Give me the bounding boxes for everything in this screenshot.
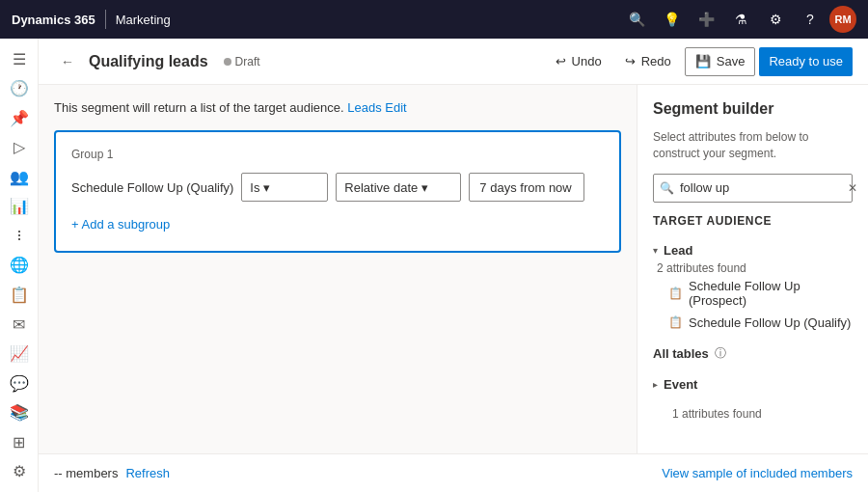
- type-select[interactable]: Relative date: [336, 173, 461, 202]
- search-icon: 🔍: [660, 181, 674, 195]
- undo-icon: ↩: [556, 54, 566, 68]
- edit-link[interactable]: Edit: [385, 100, 406, 115]
- all-tables-info-icon[interactable]: ⓘ: [715, 345, 726, 362]
- sidebar-pin-icon[interactable]: 📌: [2, 105, 37, 131]
- panel-description: Select attributes from below to construc…: [653, 129, 853, 162]
- search-icon[interactable]: 🔍: [621, 4, 652, 35]
- filter-icon[interactable]: ⚗: [725, 4, 756, 35]
- content-area: ← Qualifying leads Draft ↩ Undo ↪ Redo 💾…: [39, 39, 868, 492]
- module-name: Marketing: [116, 13, 171, 27]
- attribute-qualify[interactable]: 📋 Schedule Follow Up (Qualify): [668, 312, 853, 334]
- lightbulb-icon[interactable]: 💡: [656, 4, 687, 35]
- info-bar: This segment will return a list of the t…: [54, 100, 621, 115]
- condition-field-label: Schedule Follow Up (Qualify): [71, 180, 233, 195]
- lead-category-name: Lead: [664, 243, 692, 258]
- add-subgroup-button[interactable]: + Add a subgroup: [71, 213, 604, 235]
- event-section[interactable]: Event: [653, 373, 853, 396]
- sidebar-email-icon[interactable]: 📊: [2, 194, 37, 220]
- subheader-actions: ↩ Undo ↪ Redo 💾 Save Ready to use: [546, 47, 853, 76]
- back-button[interactable]: ←: [54, 48, 81, 75]
- group-label: Group 1: [71, 148, 604, 161]
- save-icon: 💾: [695, 54, 711, 68]
- page-title: Qualifying leads: [89, 53, 208, 70]
- lead-attributes: 📋 Schedule Follow Up (Prospect) 📋 Schedu…: [653, 275, 853, 334]
- view-sample-link[interactable]: View sample of included members: [662, 466, 853, 480]
- brand-name: Dynamics 365: [12, 13, 95, 27]
- sidebar-home-icon[interactable]: 🕐: [2, 76, 37, 102]
- draft-badge: Draft: [224, 55, 260, 68]
- draft-dot: [224, 58, 231, 66]
- attribute-icon: 📋: [668, 287, 683, 300]
- search-input[interactable]: [680, 180, 842, 195]
- event-chevron-icon: [653, 379, 658, 390]
- sidebar: ☰ 🕐 📌 ▷ 👥 📊 ⫶ 🌐 📋 ✉ 📈 💬 📚 ⊞ ⚙: [0, 39, 39, 492]
- sidebar-globe-icon[interactable]: 🌐: [2, 253, 37, 279]
- brand-logo[interactable]: Dynamics 365: [12, 13, 95, 27]
- footer: -- members Refresh View sample of includ…: [39, 453, 868, 492]
- subheader: ← Qualifying leads Draft ↩ Undo ↪ Redo 💾…: [39, 39, 868, 85]
- nav-divider: [105, 10, 106, 29]
- type-chevron: [421, 180, 428, 195]
- sidebar-settings2-icon[interactable]: ⚙: [2, 458, 37, 484]
- top-navigation: Dynamics 365 Marketing 🔍 💡 ➕ ⚗ ⚙ ? RM: [0, 0, 868, 39]
- condition-value: 7 days from now: [469, 173, 584, 202]
- sidebar-forms-icon[interactable]: 📋: [2, 282, 37, 308]
- target-audience-label: Target audience: [653, 214, 853, 228]
- redo-icon: ↪: [625, 54, 636, 68]
- sidebar-menu-icon[interactable]: ☰: [2, 46, 37, 72]
- undo-button[interactable]: ↩ Undo: [546, 47, 611, 76]
- sidebar-chat-icon[interactable]: 💬: [2, 370, 37, 396]
- redo-button[interactable]: ↪ Redo: [615, 47, 681, 76]
- workspace: This segment will return a list of the t…: [39, 85, 868, 453]
- sidebar-chart-icon[interactable]: 📈: [2, 341, 37, 367]
- segment-builder-panel: Segment builder Select attributes from b…: [637, 85, 868, 453]
- search-box[interactable]: 🔍 ✕: [653, 174, 853, 203]
- sidebar-contacts-icon[interactable]: 👥: [2, 164, 37, 190]
- entity-link[interactable]: Leads: [347, 100, 381, 115]
- refresh-link[interactable]: Refresh: [125, 466, 170, 480]
- all-tables-section: All tables ⓘ: [653, 345, 853, 362]
- lead-count: 2 attributes found: [657, 261, 853, 275]
- event-count: 1 attributes found: [657, 407, 853, 421]
- attribute-icon-2: 📋: [668, 315, 683, 329]
- lead-chevron-icon: [653, 245, 658, 256]
- group-box: Group 1 Schedule Follow Up (Qualify) Is …: [54, 130, 621, 253]
- condition-row: Schedule Follow Up (Qualify) Is Relative…: [71, 173, 604, 202]
- operator-select[interactable]: Is: [241, 173, 328, 202]
- attribute-prospect[interactable]: 📋 Schedule Follow Up (Prospect): [668, 275, 853, 312]
- members-text: -- members: [54, 466, 118, 480]
- ready-button[interactable]: Ready to use: [759, 47, 853, 76]
- event-category-name: Event: [664, 377, 697, 392]
- plus-icon[interactable]: ➕: [691, 4, 721, 35]
- lead-category-header[interactable]: Lead: [653, 239, 853, 261]
- all-tables-label: All tables: [653, 346, 709, 361]
- help-icon[interactable]: ?: [795, 4, 826, 35]
- clear-search-icon[interactable]: ✕: [848, 181, 857, 195]
- segment-canvas: This segment will return a list of the t…: [39, 85, 637, 453]
- sidebar-mail-icon[interactable]: ✉: [2, 312, 37, 338]
- avatar[interactable]: RM: [829, 6, 856, 33]
- main-layout: ☰ 🕐 📌 ▷ 👥 📊 ⫶ 🌐 📋 ✉ 📈 💬 📚 ⊞ ⚙ ← Qualifyi…: [0, 39, 868, 492]
- sidebar-play-icon[interactable]: ▷: [2, 135, 37, 161]
- operator-chevron: [263, 180, 270, 195]
- sidebar-library-icon[interactable]: 📚: [2, 399, 37, 425]
- draft-label: Draft: [235, 55, 260, 68]
- panel-title: Segment builder: [653, 100, 853, 118]
- nav-icon-group: 🔍 💡 ➕ ⚗ ⚙ ? RM: [621, 4, 856, 35]
- sidebar-segments-icon[interactable]: ⫶: [2, 223, 37, 249]
- lead-section: Lead 2 attributes found 📋 Schedule Follo…: [653, 239, 853, 334]
- sidebar-grid-icon[interactable]: ⊞: [2, 429, 37, 455]
- save-button[interactable]: 💾 Save: [685, 47, 756, 76]
- settings-icon[interactable]: ⚙: [760, 4, 791, 35]
